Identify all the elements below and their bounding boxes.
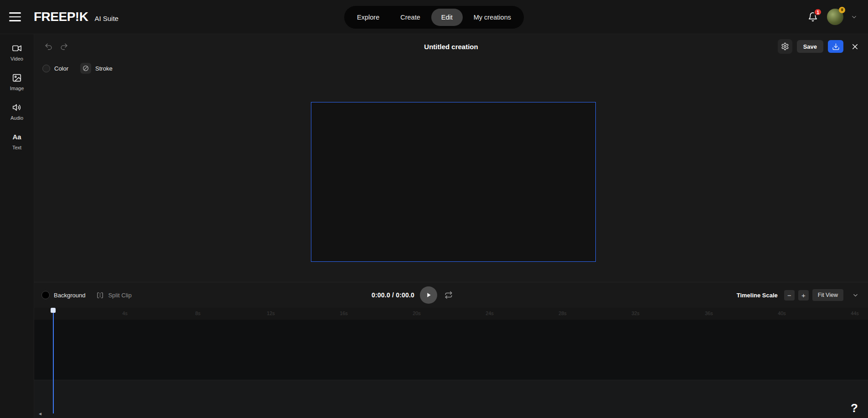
timeline-ruler[interactable]: 4s 8s 12s 16s 20s 24s 28s 32s 36s 40s 44… (34, 308, 868, 320)
sidebar-item-video[interactable]: Video (2, 43, 31, 61)
play-button[interactable] (420, 286, 437, 304)
background-label: Background (54, 292, 85, 299)
timeline-tracks-lower[interactable] (34, 380, 868, 418)
background-swatch (41, 291, 50, 299)
ruler-tick: 36s (705, 311, 713, 316)
playhead[interactable] (51, 308, 56, 413)
sidebar-item-label: Audio (10, 115, 23, 121)
stroke-picker[interactable]: Stroke (80, 63, 113, 74)
ruler-tick: 44s (851, 311, 859, 316)
stroke-label: Stroke (95, 65, 113, 72)
timeline-toolbar-left: Background Split Clip (41, 291, 132, 299)
nav-tab-explore[interactable]: Explore (347, 9, 389, 26)
color-picker[interactable]: Color (42, 65, 68, 72)
nav-tab-my-creations[interactable]: My creations (464, 9, 521, 26)
split-clip-label: Split Clip (108, 292, 131, 299)
chevron-down-icon (851, 14, 858, 20)
ruler-tick: 28s (558, 311, 567, 316)
editor-area: Untitled creation Save (34, 34, 868, 282)
close-button[interactable] (848, 40, 862, 53)
timeline-collapse-button[interactable] (850, 290, 861, 301)
ruler-tick: 24s (486, 311, 494, 316)
canvas[interactable] (34, 78, 868, 282)
shape-tool-row: Color Stroke (34, 59, 868, 78)
ruler-tick: 4s (122, 311, 128, 316)
sidebar-item-image[interactable]: Image (2, 73, 31, 91)
editor-topbar: Untitled creation Save (34, 34, 868, 59)
sidebar-item-label: Video (10, 56, 23, 61)
ruler-tick: 8s (195, 311, 201, 316)
playhead-handle[interactable] (51, 308, 56, 313)
redo-icon (60, 42, 68, 51)
topbar-actions: Save (778, 39, 862, 54)
chevron-down-icon (852, 292, 859, 299)
time-display: 0:00.0 / 0:00.0 (372, 291, 414, 299)
nav-tab-create[interactable]: Create (390, 9, 430, 26)
text-icon: Aa (12, 132, 21, 142)
sidebar: Video Image Audio Aa Text (0, 34, 34, 418)
ruler-tick: 32s (631, 311, 640, 316)
ruler-tick: 40s (778, 311, 786, 316)
suite-label: AI Suite (94, 15, 119, 22)
avatar[interactable]: ♛ (827, 9, 843, 25)
video-icon (12, 43, 22, 53)
loop-icon (444, 291, 453, 299)
sidebar-item-audio[interactable]: Audio (2, 102, 31, 121)
split-clip-button[interactable]: Split Clip (96, 291, 131, 299)
zoom-out-button[interactable]: − (784, 290, 795, 301)
redo-button[interactable] (56, 39, 72, 54)
help-button[interactable]: ? (851, 401, 858, 415)
playback-controls: 0:00.0 / 0:00.0 (372, 282, 455, 308)
close-icon (851, 42, 859, 51)
image-icon (12, 73, 22, 83)
header-right: 1 ♛ (806, 9, 859, 25)
save-button[interactable]: Save (797, 40, 823, 53)
color-swatch (42, 65, 50, 72)
crown-badge-icon: ♛ (839, 7, 845, 13)
undo-icon (44, 42, 53, 51)
playhead-line (53, 313, 54, 413)
app-header: FREEP!K AI Suite Explore Create Edit My … (0, 0, 868, 34)
play-icon (425, 291, 432, 299)
brand: FREEP!K AI Suite (34, 10, 119, 24)
notifications-button[interactable]: 1 (806, 10, 820, 24)
nav-tab-edit[interactable]: Edit (431, 9, 463, 26)
split-clip-icon (96, 291, 104, 299)
timeline-tracks[interactable] (34, 320, 868, 418)
notification-badge: 1 (814, 8, 822, 16)
ruler-tick: 16s (340, 311, 348, 316)
sidebar-item-text[interactable]: Aa Text (2, 132, 31, 150)
audio-icon (12, 102, 22, 112)
timeline: Background Split Clip 0:00.0 / 0:00.0 (34, 282, 868, 418)
ruler-tick: 20s (413, 311, 421, 316)
timeline-scale-controls: Timeline Scale − + Fit View (737, 289, 861, 301)
main-nav: Explore Create Edit My creations (344, 6, 524, 29)
download-button[interactable] (828, 40, 843, 53)
color-label: Color (54, 65, 68, 72)
document-title[interactable]: Untitled creation (424, 43, 478, 51)
fit-view-button[interactable]: Fit View (812, 289, 843, 301)
download-icon (832, 43, 840, 51)
loop-button[interactable] (443, 289, 455, 301)
zoom-in-button[interactable]: + (798, 290, 809, 301)
canvas-selection[interactable] (311, 102, 596, 262)
undo-button[interactable] (41, 39, 56, 54)
timeline-scale-label: Timeline Scale (737, 292, 778, 299)
freepik-logo[interactable]: FREEP!K (34, 10, 88, 24)
sidebar-item-label: Image (10, 86, 24, 91)
scroll-left-arrow-icon[interactable]: ◄ (36, 410, 44, 417)
no-stroke-icon (80, 63, 91, 74)
sidebar-item-label: Text (12, 145, 21, 150)
gear-icon (781, 42, 789, 51)
ruler-tick: 12s (267, 311, 275, 316)
timeline-toolbar: Background Split Clip 0:00.0 / 0:00.0 (34, 282, 868, 308)
menu-button[interactable] (9, 10, 25, 24)
background-picker[interactable]: Background (41, 291, 85, 299)
account-menu-button[interactable] (851, 13, 859, 21)
settings-button[interactable] (778, 39, 792, 54)
